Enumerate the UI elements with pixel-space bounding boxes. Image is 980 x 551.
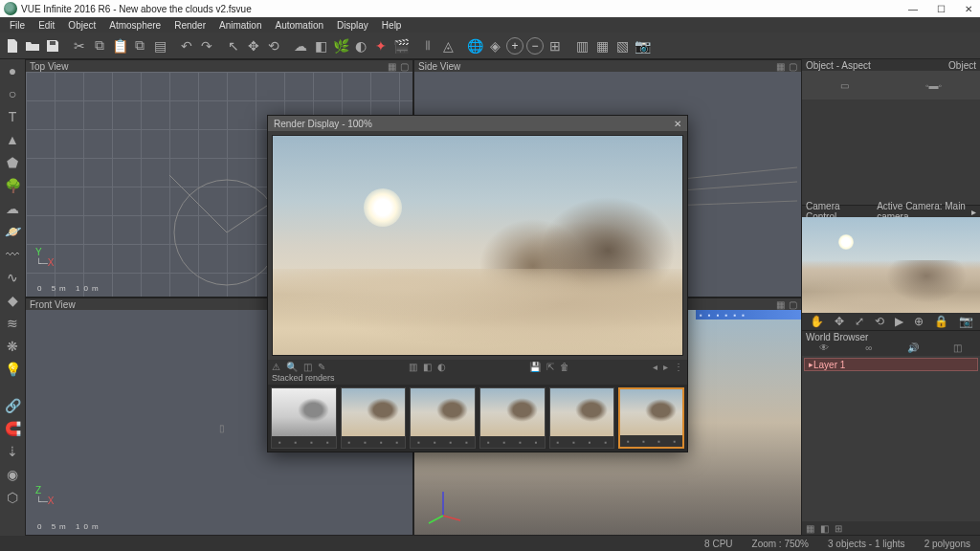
plant-tool-icon[interactable]: 🌿: [332, 37, 349, 55]
rt-alpha-icon[interactable]: ◐: [437, 362, 446, 372]
camera-preview[interactable]: [802, 217, 980, 313]
close-button[interactable]: ✕: [961, 4, 976, 14]
vp-opt-icon[interactable]: ▦: [388, 61, 396, 72]
link-tool-icon[interactable]: 🔗: [3, 396, 22, 415]
world-tab2-icon[interactable]: ∞: [847, 342, 892, 356]
render-thumb-3[interactable]: ▪▪▪▪: [410, 387, 476, 449]
rt-crop-icon[interactable]: ◫: [303, 362, 312, 372]
vp-opt-icon[interactable]: ▦: [776, 299, 785, 310]
menu-file[interactable]: File: [4, 20, 31, 31]
menu-animation[interactable]: Animation: [213, 20, 267, 31]
world-tab4-icon[interactable]: ◫: [936, 342, 981, 356]
aspect-shape2-icon[interactable]: ◦▬◦: [925, 80, 942, 91]
render-thumb-5[interactable]: ▪▪▪▪: [549, 387, 615, 449]
rotate-icon[interactable]: ⟲: [265, 37, 282, 55]
render-thumb-6-selected[interactable]: ▪▪▪▪: [618, 387, 684, 449]
render-close-icon[interactable]: ✕: [674, 119, 681, 129]
menu-render[interactable]: Render: [168, 20, 212, 31]
wb-icon3[interactable]: ⊞: [835, 523, 842, 534]
rt-delete-icon[interactable]: 🗑: [560, 362, 569, 372]
cam-orbit-icon[interactable]: ⟲: [875, 315, 884, 328]
clapper-icon[interactable]: 🎬: [392, 37, 410, 55]
paste-icon[interactable]: 📋: [111, 37, 128, 55]
particle2-icon[interactable]: ❋: [3, 337, 22, 356]
magnet-tool-icon[interactable]: 🧲: [3, 419, 22, 438]
render-dialog-titlebar[interactable]: Render Display - 100% ✕: [268, 116, 687, 131]
wind-tool-icon[interactable]: ≋: [3, 314, 22, 333]
generic1-icon[interactable]: ◆: [3, 291, 22, 310]
redo-icon[interactable]: ↷: [198, 37, 215, 55]
vp-max-icon[interactable]: ▢: [400, 61, 409, 72]
layout-1-icon[interactable]: ▥: [573, 37, 590, 55]
copy-icon[interactable]: ⧉: [91, 37, 108, 55]
cam-zoom-icon[interactable]: ⤢: [855, 315, 864, 328]
drop-tool-icon[interactable]: ⇣: [3, 442, 22, 461]
rt-channel-icon[interactable]: ◧: [423, 362, 432, 372]
vp-opt-icon[interactable]: ▦: [776, 61, 785, 72]
layout-3-icon[interactable]: ▧: [613, 37, 631, 55]
camera-icon[interactable]: 📷: [634, 37, 651, 55]
planet-tool-icon[interactable]: 🪐: [3, 222, 22, 241]
diamond-icon[interactable]: ◈: [486, 37, 503, 55]
maximize-button[interactable]: ☐: [933, 4, 949, 14]
grid-toggle-icon[interactable]: ⊞: [546, 37, 564, 55]
generic2-icon[interactable]: ◉: [3, 465, 22, 484]
menu-atmosphere[interactable]: Atmosphere: [103, 20, 167, 31]
world-tab1-icon[interactable]: 👁: [802, 342, 847, 356]
cam-pan-icon[interactable]: ✋: [810, 315, 824, 328]
globe-icon[interactable]: 🌐: [466, 37, 483, 55]
wave-tool-icon[interactable]: 〰: [3, 245, 22, 264]
rt-info-icon[interactable]: ⚠: [272, 362, 280, 372]
wb-icon1[interactable]: ▦: [806, 523, 814, 534]
terrain-tool-icon[interactable]: ▲: [3, 130, 22, 149]
render-display-dialog[interactable]: Render Display - 100% ✕ ⚠ 🔍 ◫ ✎ ▥ ◧ ◐ 💾 …: [267, 115, 688, 452]
text-tool-icon[interactable]: T: [3, 107, 22, 126]
rt-zoom-icon[interactable]: 🔍: [286, 362, 298, 372]
move-icon[interactable]: ✥: [245, 37, 262, 55]
cam-lock-icon[interactable]: 🔒: [934, 315, 948, 328]
render-thumb-4[interactable]: ▪▪▪▪: [479, 387, 546, 449]
zoom-out-icon[interactable]: −: [526, 37, 544, 55]
cam-target-icon[interactable]: ⊕: [914, 315, 924, 328]
rt-export-icon[interactable]: ⇱: [546, 362, 554, 372]
cube-tool-icon[interactable]: ◧: [312, 37, 329, 55]
duplicate-icon[interactable]: ⧉: [131, 37, 148, 55]
sphere-tool-icon[interactable]: ●: [3, 61, 22, 80]
cam-snap-icon[interactable]: 📷: [959, 315, 973, 328]
minimize-button[interactable]: —: [904, 4, 922, 14]
cloud-obj-icon[interactable]: ☁: [3, 199, 22, 218]
rock-tool-icon[interactable]: ⬟: [3, 153, 22, 172]
world-layer-item[interactable]: ▸ Layer 1: [804, 358, 978, 371]
material-icon[interactable]: ◐: [352, 37, 369, 55]
rt-pick-icon[interactable]: ✎: [318, 362, 325, 372]
cut-icon[interactable]: ✂: [71, 37, 88, 55]
undo-icon[interactable]: ↶: [178, 37, 195, 55]
menu-edit[interactable]: Edit: [33, 20, 60, 31]
cam-play-icon[interactable]: ▶: [895, 315, 903, 328]
world-tab3-icon[interactable]: 🔊: [891, 342, 936, 356]
wb-icon2[interactable]: ◧: [820, 523, 829, 534]
vp-max-icon[interactable]: ▢: [789, 299, 797, 310]
new-file-icon[interactable]: [4, 37, 21, 55]
cam-move-icon[interactable]: ✥: [835, 315, 844, 328]
menu-help[interactable]: Help: [376, 20, 408, 31]
aspect-shape1-icon[interactable]: ▭: [840, 80, 849, 91]
menu-object[interactable]: Object: [62, 20, 101, 31]
render-thumb-1[interactable]: ▪▪▪▪: [271, 387, 337, 449]
zoom-in-icon[interactable]: +: [506, 37, 523, 55]
curve-tool-icon[interactable]: ∿: [3, 268, 22, 287]
rt-menu-icon[interactable]: ⋮: [674, 362, 683, 372]
vp-max-icon[interactable]: ▢: [789, 61, 797, 72]
rt-layer-icon[interactable]: ▥: [409, 362, 417, 372]
cloud-tool-icon[interactable]: ☁: [292, 37, 309, 55]
menu-automation[interactable]: Automation: [269, 20, 329, 31]
sphere2-tool-icon[interactable]: ○: [3, 84, 22, 103]
measure-icon[interactable]: ◬: [439, 37, 457, 55]
layout-2-icon[interactable]: ▦: [593, 37, 611, 55]
generic3-icon[interactable]: ⬡: [3, 488, 22, 507]
light-tool-icon[interactable]: 💡: [3, 360, 22, 379]
tree-tool-icon[interactable]: 🌳: [3, 176, 22, 195]
cam-menu-icon[interactable]: ▸: [971, 207, 976, 217]
align-icon[interactable]: ⫴: [419, 37, 436, 55]
save-file-icon[interactable]: [44, 37, 61, 55]
